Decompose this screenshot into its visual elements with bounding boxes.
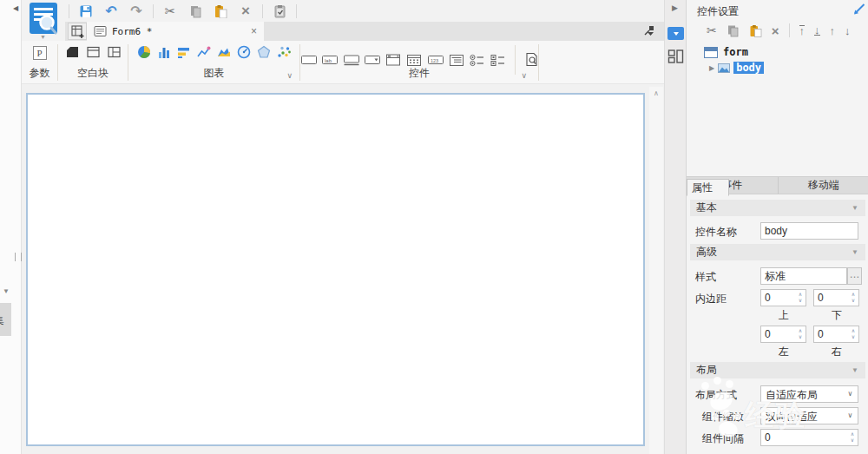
- radar-chart-button[interactable]: [257, 45, 271, 59]
- dock-menu-icon[interactable]: [641, 25, 655, 37]
- textarea-widget-button[interactable]: [343, 53, 359, 67]
- report-block-button[interactable]: [65, 45, 80, 59]
- tab-close-icon[interactable]: ×: [251, 25, 257, 37]
- widgets-more-icon[interactable]: ∨: [521, 71, 527, 80]
- paste-button[interactable]: [212, 3, 229, 20]
- clipped-sidebar-item[interactable]: 集: [0, 303, 11, 336]
- move-down-button[interactable]: ↓: [845, 26, 851, 36]
- new-template-button[interactable]: [68, 23, 87, 40]
- component-gap-spinner[interactable]: ∧∨: [760, 429, 858, 446]
- tab-title: Form6 *: [112, 26, 152, 37]
- parameter-button[interactable]: P: [32, 45, 48, 61]
- charts-more-icon[interactable]: ∨: [286, 71, 293, 80]
- spinner-arrows-icon[interactable]: ∧∨: [848, 431, 857, 444]
- save-icon: [79, 4, 93, 18]
- move-up-button[interactable]: ↑: [830, 26, 836, 36]
- bar-chart-button[interactable]: [177, 45, 191, 59]
- spinner-arrows-icon[interactable]: ∧∨: [796, 328, 805, 340]
- section-basic[interactable]: 基本 ▼: [690, 200, 865, 216]
- app-menu-caret-icon[interactable]: ▼: [40, 34, 46, 40]
- scatter-chart-button[interactable]: [277, 45, 291, 59]
- app-menu-block[interactable]: ▼: [22, 0, 65, 41]
- number-widget-button[interactable]: 123: [427, 53, 444, 67]
- section-layout[interactable]: 布局 ▼: [690, 362, 865, 378]
- panel-widget-button[interactable]: [385, 53, 401, 67]
- component-scale-select[interactable]: 双向自适应 ∨: [760, 407, 858, 424]
- dropdown-icon[interactable]: ∨: [844, 387, 857, 401]
- expand-right-icon[interactable]: ▶: [672, 3, 678, 12]
- tree-expand-icon[interactable]: ▶: [709, 64, 714, 72]
- vertical-scrollbar[interactable]: ∧: [649, 87, 663, 454]
- cut-button[interactable]: ✂: [161, 3, 179, 20]
- scroll-up-icon[interactable]: ∧: [649, 87, 663, 97]
- collapse-icon[interactable]: ▼: [852, 362, 858, 378]
- textfield-widget-button[interactable]: [300, 53, 317, 67]
- section-advanced[interactable]: 高级 ▼: [690, 244, 865, 260]
- radio-group-widget-button[interactable]: [469, 53, 485, 67]
- spinner-arrows-icon[interactable]: ∧∨: [796, 292, 805, 304]
- spinner-arrows-icon[interactable]: ∧∨: [849, 328, 858, 340]
- left-collapsed-panel[interactable]: ◀ ▼ 集: [0, 0, 22, 454]
- tree-widget-button[interactable]: [448, 53, 464, 67]
- redo-button[interactable]: ↷: [128, 3, 145, 20]
- component-library-tab[interactable]: [667, 49, 684, 64]
- style-browse-button[interactable]: …: [847, 267, 862, 285]
- dir-label-top: 上: [779, 308, 789, 323]
- undo-button[interactable]: ↶: [102, 3, 120, 20]
- padding-top-spinner[interactable]: ∧∨: [760, 289, 806, 306]
- tree-paste-button[interactable]: [749, 24, 762, 37]
- tree-copy-button[interactable]: [727, 24, 740, 37]
- undo-icon: ↶: [105, 3, 116, 19]
- float-panel-icon[interactable]: [853, 3, 865, 15]
- delete-button[interactable]: ×: [237, 3, 254, 20]
- move-to-bottom-button[interactable]: ↓: [814, 25, 820, 36]
- save-button[interactable]: [77, 3, 95, 20]
- tree-item-body[interactable]: ▶ body: [709, 62, 764, 74]
- clipboard-check-button[interactable]: [271, 3, 288, 20]
- combobox-widget-button[interactable]: [364, 53, 380, 67]
- tree-delete-button[interactable]: ×: [772, 23, 779, 38]
- tree-item-form[interactable]: form: [704, 46, 748, 58]
- component-gap-label: 组件间隔: [702, 431, 744, 446]
- layout-method-select[interactable]: 自适应布局 ∨: [760, 385, 858, 403]
- checkbox-group-widget-button[interactable]: [490, 53, 506, 67]
- style-input[interactable]: [760, 267, 847, 285]
- padding-right-spinner[interactable]: ∧∨: [813, 326, 859, 343]
- date-widget-button[interactable]: [405, 53, 422, 67]
- padding-bottom-spinner[interactable]: ∧∨: [813, 289, 859, 306]
- ribbon: P 参数 空白块: [22, 41, 664, 84]
- dropdown-icon[interactable]: ∨: [844, 409, 857, 423]
- tab-form6[interactable]: Form6 * ×: [87, 22, 264, 41]
- widget-name-input[interactable]: [760, 222, 858, 240]
- line-chart-button[interactable]: [197, 45, 211, 59]
- collapse-icon[interactable]: ▼: [852, 200, 858, 216]
- collapse-down-icon[interactable]: ▼: [3, 287, 10, 295]
- tab-mobile[interactable]: 移动端: [779, 177, 868, 194]
- padding-label: 内边距: [695, 292, 727, 306]
- tree-cut-button[interactable]: ✂: [707, 23, 717, 37]
- component-gap-input[interactable]: [760, 429, 858, 446]
- collapse-left-icon[interactable]: ◀: [13, 4, 18, 12]
- form-body-canvas[interactable]: [26, 93, 645, 446]
- template-search-icon[interactable]: [29, 2, 58, 36]
- spinner-arrows-icon[interactable]: ∧∨: [849, 292, 858, 304]
- area-chart-button[interactable]: [217, 45, 231, 59]
- panel-resize-grip[interactable]: [15, 253, 22, 261]
- grid-block-button[interactable]: [107, 45, 122, 59]
- properties-tabs: 属性 事件 移动端: [687, 176, 868, 194]
- copy-icon: [188, 4, 202, 18]
- copy-button[interactable]: [187, 3, 204, 20]
- toolbar-separator: [262, 4, 263, 18]
- widget-settings-tab[interactable]: [667, 27, 684, 40]
- split-block-button[interactable]: [86, 45, 101, 59]
- move-to-top-button[interactable]: ↑: [799, 25, 806, 36]
- pie-chart-button[interactable]: [137, 45, 151, 59]
- padding-left-spinner[interactable]: ∧∨: [760, 326, 806, 343]
- collapse-icon[interactable]: ▼: [852, 244, 858, 260]
- label-widget-button[interactable]: lab: [321, 53, 338, 67]
- redo-icon: ↷: [130, 3, 141, 19]
- section-layout-title: 布局: [696, 364, 717, 376]
- column-chart-button[interactable]: [157, 45, 171, 59]
- gauge-chart-button[interactable]: [237, 45, 251, 59]
- tab-properties[interactable]: 属性: [687, 179, 729, 196]
